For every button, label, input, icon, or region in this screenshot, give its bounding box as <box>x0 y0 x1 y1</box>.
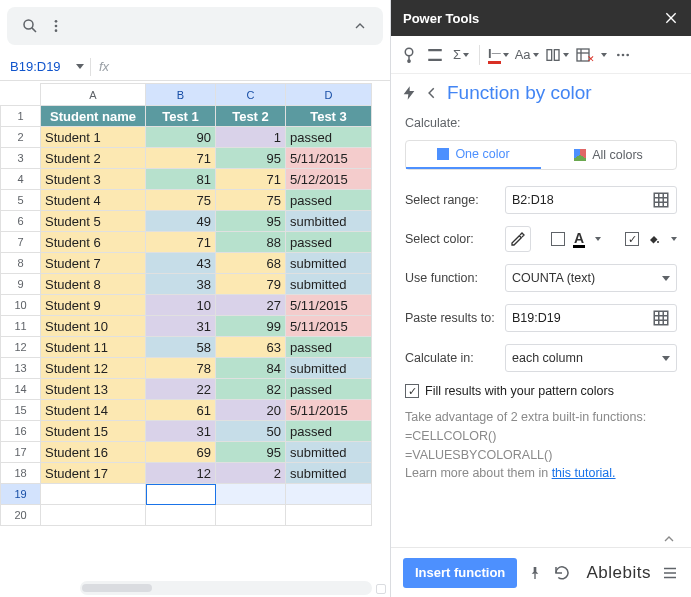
cell[interactable]: Student 3 <box>41 169 146 190</box>
cell[interactable]: 99 <box>216 316 286 337</box>
cell[interactable]: submitted <box>286 463 372 484</box>
cell[interactable]: Student 5 <box>41 211 146 232</box>
cell[interactable]: Student 7 <box>41 253 146 274</box>
row-number[interactable]: 10 <box>1 295 41 316</box>
cell[interactable]: Student 11 <box>41 337 146 358</box>
cell[interactable]: 75 <box>216 190 286 211</box>
font-color-checkbox[interactable] <box>551 232 565 246</box>
cell[interactable]: Student 17 <box>41 463 146 484</box>
fill-bucket-icon[interactable] <box>647 233 661 245</box>
cell[interactable]: Student 14 <box>41 400 146 421</box>
cell[interactable]: 50 <box>216 421 286 442</box>
cell[interactable]: sumbitted <box>286 211 372 232</box>
collapse-up-icon[interactable] <box>347 13 373 39</box>
cell[interactable]: Student 6 <box>41 232 146 253</box>
row-number[interactable]: 7 <box>1 232 41 253</box>
collapse-icon[interactable] <box>661 525 691 547</box>
cell[interactable] <box>216 484 286 505</box>
cell[interactable]: 58 <box>146 337 216 358</box>
insert-function-button[interactable]: Insert function <box>403 558 517 588</box>
cell[interactable]: 2 <box>216 463 286 484</box>
close-icon[interactable] <box>663 10 679 26</box>
cell[interactable] <box>286 505 372 526</box>
cell[interactable]: 31 <box>146 421 216 442</box>
menu-icon[interactable] <box>661 564 679 582</box>
cell[interactable]: 82 <box>216 379 286 400</box>
cell[interactable]: 5/11/2015 <box>286 316 372 337</box>
toolbar-split-icon[interactable] <box>543 42 571 68</box>
cell[interactable]: 79 <box>216 274 286 295</box>
cell[interactable]: Student 12 <box>41 358 146 379</box>
header-cell[interactable]: Student name <box>41 106 146 127</box>
row-number[interactable]: 9 <box>1 274 41 295</box>
cell[interactable]: 38 <box>146 274 216 295</box>
row-number[interactable]: 11 <box>1 316 41 337</box>
cell[interactable]: 71 <box>146 232 216 253</box>
cell[interactable]: 61 <box>146 400 216 421</box>
toolbar-clear-icon[interactable]: ✕ <box>573 42 609 68</box>
fx-icon[interactable]: fx <box>91 59 117 74</box>
cell[interactable]: 5/12/2015 <box>286 169 372 190</box>
row-number[interactable]: 17 <box>1 442 41 463</box>
cell[interactable]: 5/11/2015 <box>286 400 372 421</box>
col-header[interactable]: B <box>146 84 216 106</box>
cell[interactable]: 78 <box>146 358 216 379</box>
row-number[interactable]: 19 <box>1 484 41 505</box>
row-number[interactable]: 6 <box>1 211 41 232</box>
use-function-select[interactable]: COUNTA (text) <box>505 264 677 292</box>
col-header[interactable]: D <box>286 84 372 106</box>
refresh-icon[interactable] <box>553 564 571 582</box>
header-cell[interactable]: Test 3 <box>286 106 372 127</box>
grid-picker-icon[interactable] <box>652 191 670 209</box>
col-header[interactable]: A <box>41 84 146 106</box>
row-number[interactable]: 12 <box>1 337 41 358</box>
cell[interactable]: 95 <box>216 211 286 232</box>
select-range-input[interactable]: B2:D18 <box>505 186 677 214</box>
cell[interactable]: 81 <box>146 169 216 190</box>
row-number[interactable]: 18 <box>1 463 41 484</box>
cell[interactable]: submitted <box>286 253 372 274</box>
row-number[interactable]: 16 <box>1 421 41 442</box>
cell[interactable] <box>146 505 216 526</box>
cell[interactable]: Student 1 <box>41 127 146 148</box>
row-number[interactable]: 3 <box>1 148 41 169</box>
pin-icon[interactable] <box>527 565 543 581</box>
cell[interactable]: 68 <box>216 253 286 274</box>
cell[interactable]: passed <box>286 421 372 442</box>
tab-one-color[interactable]: One color <box>406 141 541 169</box>
grid-picker-icon[interactable] <box>652 309 670 327</box>
row-number[interactable]: 8 <box>1 253 41 274</box>
cell[interactable] <box>216 505 286 526</box>
cell[interactable]: passed <box>286 379 372 400</box>
cell[interactable]: 43 <box>146 253 216 274</box>
row-number[interactable]: 20 <box>1 505 41 526</box>
row-number[interactable]: 13 <box>1 358 41 379</box>
toolbar-font-icon[interactable]: Aa <box>513 42 541 68</box>
cell[interactable]: passed <box>286 337 372 358</box>
cell[interactable]: submitted <box>286 274 372 295</box>
tutorial-link[interactable]: this tutorial. <box>552 466 616 480</box>
row-number[interactable]: 1 <box>1 106 41 127</box>
cell[interactable]: Student 2 <box>41 148 146 169</box>
cell[interactable]: 71 <box>146 148 216 169</box>
name-box[interactable]: B19:D19 <box>0 59 90 74</box>
cell[interactable]: submitted <box>286 358 372 379</box>
header-cell[interactable]: Test 1 <box>146 106 216 127</box>
cell[interactable]: 90 <box>146 127 216 148</box>
cell[interactable]: 22 <box>146 379 216 400</box>
header-cell[interactable]: Test 2 <box>216 106 286 127</box>
toolbar-compare-icon[interactable] <box>423 42 447 68</box>
fill-pattern-checkbox[interactable] <box>405 384 419 398</box>
col-header[interactable]: C <box>216 84 286 106</box>
bolt-icon[interactable] <box>401 85 417 101</box>
row-number[interactable]: 5 <box>1 190 41 211</box>
fill-color-checkbox[interactable] <box>625 232 639 246</box>
cell[interactable]: 95 <box>216 148 286 169</box>
cell[interactable]: passed <box>286 232 372 253</box>
toolbar-dedupe-icon[interactable] <box>397 42 421 68</box>
cell[interactable]: Student 10 <box>41 316 146 337</box>
row-number[interactable]: 14 <box>1 379 41 400</box>
cell[interactable]: 84 <box>216 358 286 379</box>
cell[interactable]: 31 <box>146 316 216 337</box>
cell[interactable]: 63 <box>216 337 286 358</box>
